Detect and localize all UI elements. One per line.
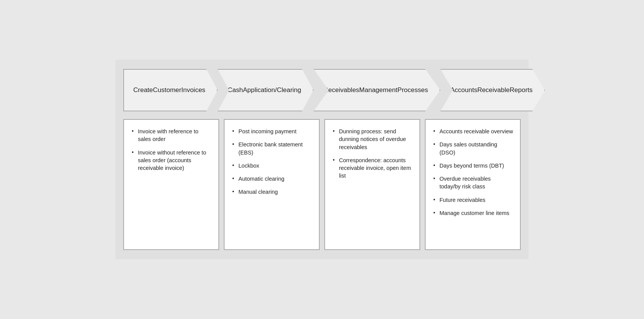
content-row: Invoice with reference to sales orderInv…: [123, 119, 521, 250]
content-box-col1: Invoice with reference to sales orderInv…: [123, 119, 219, 250]
arrow-wrapper-col4: AccountsReceivableReports: [440, 69, 545, 111]
list-item: Dunning process: send dunning notices of…: [332, 128, 413, 151]
list-item: Correspondence: accounts receivable invo…: [332, 156, 413, 180]
arrow-header-row: CreateCustomerInvoicesCashApplication/Cl…: [123, 69, 521, 111]
list-item: Invoice without reference to sales order…: [131, 149, 211, 172]
content-box-col3: Dunning process: send dunning notices of…: [324, 119, 420, 250]
list-item: Lockbox: [231, 162, 312, 170]
list-item: Overdue receivables today/by risk class: [433, 175, 513, 191]
list-item: Manual clearing: [231, 188, 312, 196]
list-item: Accounts receivable overview: [433, 128, 513, 135]
list-item: Days beyond terms (DBT): [433, 162, 513, 170]
list-item: Electronic bank statement (EBS): [231, 141, 312, 156]
content-box-col2: Post incoming paymentElectronic bank sta…: [224, 119, 320, 250]
list-item: Invoice with reference to sales order: [131, 128, 211, 143]
content-box-col4: Accounts receivable overviewDays sales o…: [425, 119, 521, 250]
list-item: Manage customer line items: [433, 209, 513, 217]
list-item: Post incoming payment: [231, 128, 312, 135]
arrow-col1: CreateCustomerInvoices: [123, 69, 218, 111]
list-item: Future receivables: [433, 196, 513, 204]
arrow-col3: ReceivablesManagementProcesses: [314, 69, 440, 111]
list-item: Days sales outstanding (DSO): [433, 141, 513, 156]
arrow-wrapper-col1: CreateCustomerInvoices: [123, 69, 218, 111]
list-item: Automatic clearing: [231, 175, 312, 183]
arrow-col2: CashApplication/Clearing: [218, 69, 314, 111]
diagram-container: CreateCustomerInvoicesCashApplication/Cl…: [116, 60, 528, 259]
arrow-wrapper-col2: CashApplication/Clearing: [218, 69, 314, 111]
arrow-wrapper-col3: ReceivablesManagementProcesses: [314, 69, 440, 111]
arrow-col4: AccountsReceivableReports: [440, 69, 545, 111]
